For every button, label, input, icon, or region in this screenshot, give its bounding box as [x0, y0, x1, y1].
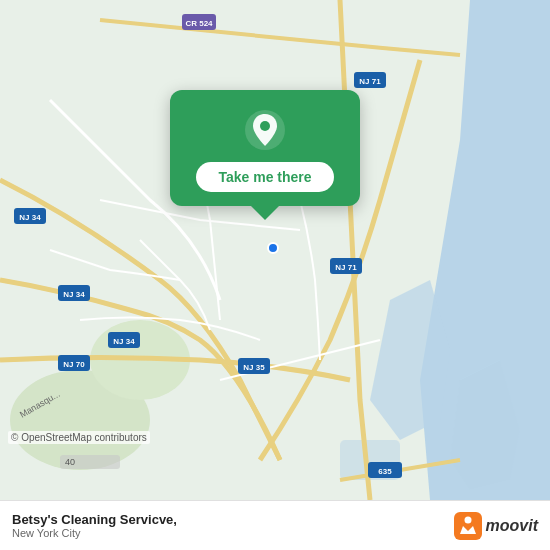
- map-container: NJ 34 NJ 34 NJ 34 NJ 71 NJ 71 NJ 70 NJ 3…: [0, 0, 550, 500]
- svg-text:635: 635: [378, 467, 392, 476]
- svg-text:CR 524: CR 524: [185, 19, 213, 28]
- svg-text:NJ 71: NJ 71: [335, 263, 357, 272]
- map-svg: NJ 34 NJ 34 NJ 34 NJ 71 NJ 71 NJ 70 NJ 3…: [0, 0, 550, 500]
- moovit-brand-icon: [454, 512, 482, 540]
- place-name: Betsy's Cleaning Servicve,: [12, 512, 177, 527]
- svg-text:NJ 34: NJ 34: [63, 290, 85, 299]
- copyright-text: © OpenStreetMap contributors: [8, 431, 150, 444]
- svg-point-32: [464, 516, 471, 523]
- location-pin-icon: [243, 108, 287, 152]
- svg-text:NJ 70: NJ 70: [63, 360, 85, 369]
- take-me-there-button[interactable]: Take me there: [196, 162, 333, 192]
- svg-text:NJ 71: NJ 71: [359, 77, 381, 86]
- place-info: Betsy's Cleaning Servicve, New York City: [12, 512, 177, 539]
- svg-point-28: [268, 243, 278, 253]
- svg-point-30: [260, 121, 270, 131]
- svg-text:40: 40: [65, 457, 75, 467]
- svg-text:NJ 34: NJ 34: [19, 213, 41, 222]
- place-city: New York City: [12, 527, 177, 539]
- moovit-brand-text: moovit: [486, 517, 538, 535]
- popup-card: Take me there: [170, 90, 360, 206]
- svg-rect-31: [454, 512, 482, 540]
- moovit-logo: moovit: [454, 512, 538, 540]
- svg-text:NJ 35: NJ 35: [243, 363, 265, 372]
- bottom-bar: Betsy's Cleaning Servicve, New York City…: [0, 500, 550, 550]
- svg-text:NJ 34: NJ 34: [113, 337, 135, 346]
